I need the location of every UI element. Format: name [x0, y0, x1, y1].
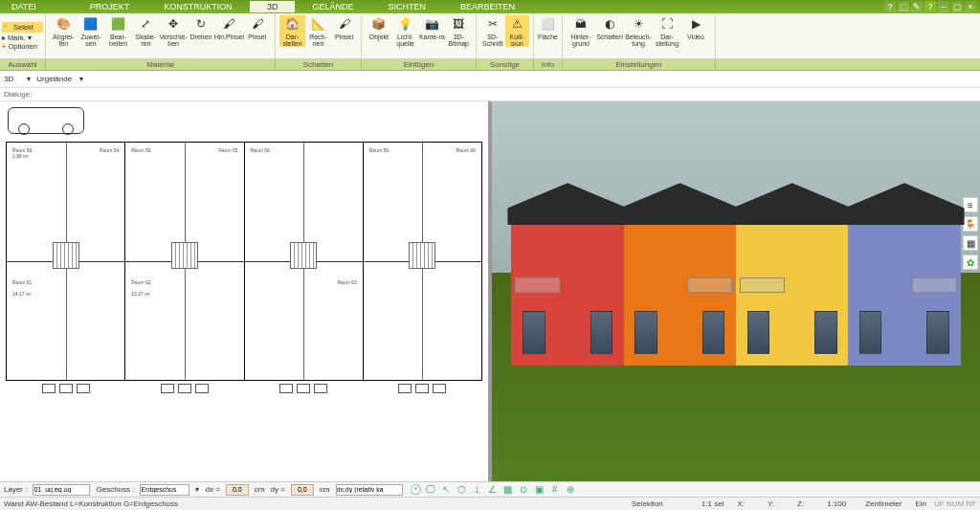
x-label: X:	[737, 499, 745, 508]
help2-icon[interactable]: ?	[924, 1, 936, 12]
room-label: Raum 62	[131, 280, 150, 285]
geschoss-input[interactable]	[140, 484, 189, 496]
tab-gelaende[interactable]: GELÄNDE	[295, 1, 370, 12]
3dschnitt-button[interactable]: ✂3D-Schnitt	[480, 15, 505, 47]
cm-label: cm	[255, 485, 265, 494]
terrain-select[interactable]: Urgelände ▾	[36, 75, 83, 83]
flaeche-button[interactable]: ⬜Fläche	[538, 15, 558, 40]
selektion-label: Selektion	[632, 499, 663, 508]
tab-konstruktion[interactable]: KONSTRUKTION	[146, 1, 250, 12]
layers-icon[interactable]: ≡	[963, 197, 978, 212]
darstellen-button[interactable]: 🏠Dar-stellen	[279, 15, 305, 47]
unit-label: Zentimeter	[865, 499, 902, 508]
abgreifen-button[interactable]: 🎨Abgrei-fen	[50, 15, 78, 47]
tool1-icon[interactable]: ⬚	[898, 1, 909, 12]
room-label: Raum 54	[100, 148, 119, 153]
dx-input[interactable]	[226, 484, 249, 496]
group-einfuegen: Einfügen	[362, 59, 477, 70]
hinpinsel-button[interactable]: 🖌Hin.Pinsel	[214, 15, 243, 40]
group-info: Info	[534, 59, 563, 70]
tab-3d[interactable]: 3D	[250, 1, 296, 12]
palette-icon[interactable]: ▦	[963, 235, 978, 251]
room-label: Raum 61	[12, 280, 32, 285]
tab-sichten[interactable]: SICHTEN	[370, 1, 443, 12]
rel-input[interactable]	[336, 484, 403, 496]
lichtquelle-button[interactable]: 💡Licht-quelle	[392, 15, 419, 47]
sb-screen-icon[interactable]: 🖵	[424, 483, 437, 497]
schatten-button[interactable]: ◐Schatten	[595, 15, 624, 40]
beleuchtung-button[interactable]: ☀Beleuch-tung	[624, 15, 653, 47]
sb-cursor-icon[interactable]: ↖	[439, 483, 453, 497]
maximize-icon[interactable]: ▢	[951, 1, 963, 12]
car-symbol	[8, 107, 84, 134]
sb-dot-icon[interactable]: ⊙	[517, 483, 530, 497]
dy-label: dy =	[271, 485, 285, 494]
skalieren-button[interactable]: ⤢Skalie-ren	[132, 15, 160, 47]
dialoge-label: Dialoge:	[4, 90, 32, 99]
dx-label: dx =	[205, 485, 219, 494]
numrf-label: UF NUM RF	[934, 499, 976, 508]
file-menu[interactable]: DATEI	[4, 2, 44, 11]
room-label: Raum 56	[369, 148, 389, 153]
pinsel2-button[interactable]: 🖌Pinsel	[331, 15, 357, 40]
sb-pick-icon[interactable]: ⊕	[564, 483, 577, 497]
select-tool[interactable]: 📁Selekt	[2, 22, 43, 33]
scale2-label: 1:100	[827, 499, 846, 508]
mark-tool[interactable]: ▸Mark.▾	[2, 33, 43, 42]
layer-label: Layer :	[4, 485, 27, 494]
tree-icon[interactable]: ✿	[963, 255, 978, 270]
sb-perp-icon[interactable]: ⊥	[470, 483, 483, 497]
cm-label: cm	[320, 485, 330, 494]
room-label: Raum 63	[337, 280, 356, 285]
group-material: Material	[46, 59, 276, 70]
room-area: 13,27 m²	[131, 292, 150, 297]
room-label: Raum 55	[218, 148, 237, 153]
ein-label: Ein	[915, 499, 926, 508]
status-text: Wand AW-Bestand L=Konstruktion G=Erdgesc…	[4, 499, 178, 508]
z-label: Z:	[797, 499, 804, 508]
y-label: Y:	[768, 499, 774, 508]
tool2-icon[interactable]: ✎	[911, 1, 923, 12]
help-icon[interactable]: ?	[884, 1, 896, 12]
layer-input[interactable]	[33, 484, 90, 496]
group-einstellungen: Einstellungen	[563, 59, 716, 70]
dy-input[interactable]	[291, 484, 314, 496]
sb-clock-icon[interactable]: 🕐	[409, 483, 422, 497]
geschoss-label: Geschoss :	[96, 485, 134, 494]
drehen-button[interactable]: ↻Drehen	[188, 15, 215, 40]
group-auswahl: Auswahl	[0, 59, 46, 70]
room-label: Raum 60	[457, 148, 476, 153]
3d-view[interactable]: ≡ 🪑 ▦ ✿	[492, 101, 980, 481]
darstellung-button[interactable]: ⛶Dar-stellung	[653, 15, 681, 47]
group-sonstige: Sonstige	[477, 59, 534, 70]
3dbitmap-button[interactable]: 🖼3D-Bitmap	[445, 15, 472, 47]
video-button[interactable]: ▶Video	[681, 15, 710, 40]
zuweisen-button[interactable]: 🟦Zuwei-sen	[78, 15, 105, 47]
kollision-button[interactable]: ⚠Kolli-sion	[505, 15, 530, 47]
pinsel-button[interactable]: 🖌Pinsel	[243, 15, 271, 40]
sb-snap-icon[interactable]: ⬡	[455, 483, 468, 497]
hintergrund-button[interactable]: 🏔Hinter-grund	[567, 15, 595, 47]
tab-projekt[interactable]: PROJEKT	[73, 1, 147, 12]
room-area: 14,17 m²	[12, 292, 32, 297]
rechnen-button[interactable]: 📐Rech-nen	[305, 15, 331, 47]
view-select[interactable]: 3D ▾	[4, 75, 31, 83]
floorplan[interactable]: Raum 56 1,86 m² Raum 54 Raum 61 14,17 m²…	[6, 142, 482, 381]
options-button[interactable]: +Optionen	[2, 42, 43, 51]
kamera-button[interactable]: 📷Kame-ra	[419, 15, 446, 40]
tab-bearbeiten[interactable]: BEARBEITEN	[443, 1, 532, 12]
scale-label: 1:1 sel	[702, 499, 724, 508]
bearbeiten-button[interactable]: 🟩Bear-beiten	[104, 15, 132, 47]
sb-grid-icon[interactable]: ▦	[501, 483, 515, 497]
sb-hash-icon[interactable]: #	[548, 483, 562, 497]
close-icon[interactable]: ×	[965, 1, 976, 12]
minimize-icon[interactable]: –	[938, 1, 949, 12]
verschieben-button[interactable]: ✥Verschie-ben	[160, 15, 188, 47]
objekt-button[interactable]: 📦Objekt	[366, 15, 392, 40]
furniture-icon[interactable]: 🪑	[963, 216, 978, 232]
2d-view[interactable]: Raum 56 1,86 m² Raum 54 Raum 61 14,17 m²…	[0, 101, 488, 481]
room-area: 1,86 m²	[12, 154, 29, 159]
sb-box-icon[interactable]: ▣	[532, 483, 546, 497]
room-label: Raum 56	[251, 148, 270, 153]
sb-angle-icon[interactable]: ∠	[486, 483, 500, 497]
